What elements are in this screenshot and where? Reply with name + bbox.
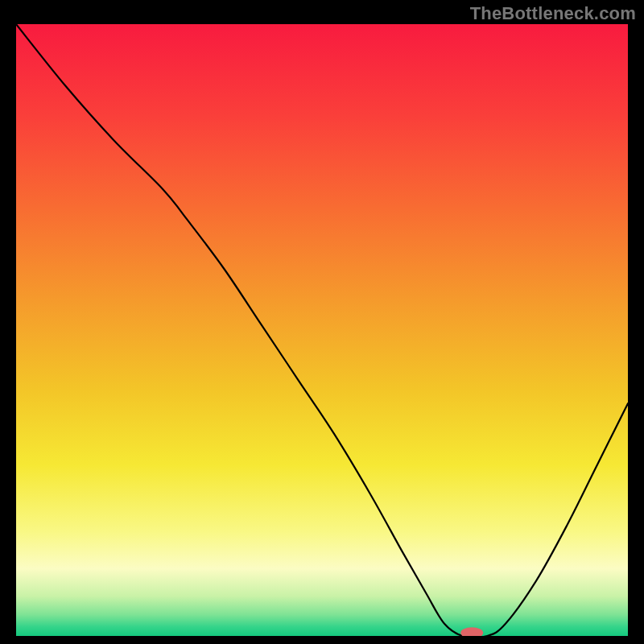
chart-container: TheBottleneck.com [0, 0, 644, 644]
gradient-background [16, 24, 628, 636]
watermark-text: TheBottleneck.com [470, 3, 636, 24]
chart-svg [16, 24, 628, 636]
plot-area [16, 24, 628, 636]
